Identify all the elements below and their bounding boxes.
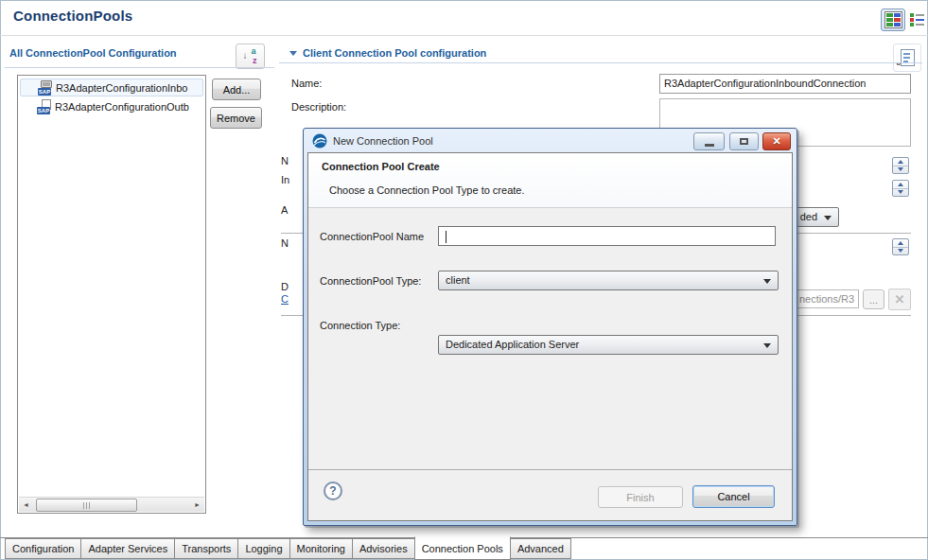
connection-type-dropdown[interactable]: Dedicated Application Server	[438, 335, 779, 355]
list-item-label: R3AdapterConfigurationInbo	[56, 82, 187, 94]
tab-advanced[interactable]: Advanced	[510, 538, 571, 559]
list-item[interactable]: SAP R3AdapterConfigurationOutb	[20, 97, 203, 115]
tab-monitoring[interactable]: Monitoring	[289, 538, 353, 559]
tab-configuration[interactable]: Configuration	[5, 538, 81, 559]
dialog-header: Connection Pool Create Choose a Connecti…	[308, 153, 792, 208]
finish-button[interactable]: Finish	[598, 486, 683, 508]
connection-type-label: Connection Type:	[320, 320, 400, 331]
browse-button[interactable]: ...	[863, 289, 884, 309]
dialog-heading: Connection Pool Create	[322, 161, 440, 172]
page-title: ConnectionPools	[13, 8, 132, 24]
pool-name-input[interactable]	[438, 226, 776, 246]
pool-name-label: ConnectionPool Name	[320, 231, 424, 242]
remove-button[interactable]: Remove	[210, 107, 262, 129]
horizontal-scrollbar[interactable]: ◄ ►	[19, 497, 204, 512]
partial-field-label: A	[281, 204, 288, 216]
pool-type-dropdown[interactable]: client	[438, 271, 779, 290]
list-view-icon	[910, 12, 925, 27]
list-view-button[interactable]	[905, 9, 928, 31]
partial-field-label: N	[281, 237, 289, 249]
tab-connection-pools[interactable]: Connection Pools	[414, 536, 511, 560]
right-header-divider	[279, 62, 922, 63]
header-divider	[0, 35, 928, 36]
text-caret	[446, 231, 446, 243]
spinner-up-icon[interactable]	[893, 239, 908, 248]
spinner-down-icon[interactable]	[893, 248, 908, 255]
scroll-left-arrow[interactable]: ◄	[19, 498, 33, 512]
sap-outbound-document-icon: SAP	[37, 99, 52, 114]
scrollbar-grip-icon	[83, 502, 90, 509]
close-icon: ✕	[772, 135, 780, 148]
scrollbar-thumb[interactable]	[36, 499, 137, 512]
left-header-divider	[5, 67, 274, 68]
grid-view-icon	[884, 11, 902, 28]
maximize-button[interactable]	[729, 132, 759, 150]
partial-link[interactable]: C	[281, 293, 289, 305]
help-icon: ?	[329, 484, 336, 498]
pool-type-label: ConnectionPool Type:	[320, 275, 421, 287]
chevron-down-icon	[824, 216, 832, 220]
clear-icon: ✕	[895, 292, 905, 306]
clear-button[interactable]: ✕	[888, 289, 911, 310]
name-label: Name:	[291, 78, 322, 89]
sort-button[interactable]: ↓ a z	[236, 44, 265, 69]
chevron-down-icon	[763, 279, 771, 284]
number-spinner[interactable]	[892, 238, 909, 255]
tab-transports[interactable]: Transports	[174, 538, 238, 559]
source-view-button[interactable]: ‹›	[893, 44, 921, 72]
chevron-down-icon	[763, 343, 771, 348]
new-connection-pool-dialog: New Connection Pool ✕ Connection Pool Cr…	[303, 128, 797, 526]
minimize-icon	[705, 144, 714, 147]
description-label: Description:	[291, 101, 346, 113]
bottom-tabbar: Configuration Adapter Services Transport…	[0, 538, 928, 560]
spinner-up-icon[interactable]	[893, 158, 908, 166]
connection-pool-list: SAP R3AdapterConfigurationInbo SAP R3Ada…	[17, 75, 206, 514]
sort-alphabetical-icon: ↓ a z	[243, 49, 258, 64]
grid-view-button[interactable]	[881, 9, 905, 31]
maximize-icon	[740, 138, 748, 145]
dialog-title: New Connection Pool	[333, 135, 433, 147]
partial-field-label: D	[281, 281, 289, 292]
tab-advisories[interactable]: Advisories	[352, 538, 415, 559]
list-item[interactable]: SAP R3AdapterConfigurationInbo	[20, 79, 203, 96]
tibco-app-icon	[312, 133, 327, 149]
close-button[interactable]: ✕	[762, 132, 791, 150]
dialog-subtext: Choose a Connection Pool Type to create.	[329, 184, 525, 196]
partial-field-label: In	[281, 174, 289, 185]
spinner-down-icon[interactable]	[893, 166, 908, 174]
number-spinner[interactable]	[892, 180, 909, 197]
help-button[interactable]: ?	[324, 481, 342, 500]
name-input[interactable]: R3AdapterConfigurationInboundConnection	[659, 74, 911, 94]
partial-field-label: N	[281, 155, 289, 166]
source-view-icon: ‹›	[901, 49, 915, 66]
add-button[interactable]: Add...	[212, 79, 261, 100]
minimize-button[interactable]	[693, 132, 725, 150]
spinner-down-icon[interactable]	[893, 189, 908, 197]
spinner-up-icon[interactable]	[893, 181, 908, 189]
list-item-label: R3AdapterConfigurationOutb	[55, 101, 189, 113]
tab-logging[interactable]: Logging	[237, 538, 289, 559]
dialog-client-area: Connection Pool Create Choose a Connecti…	[307, 152, 793, 521]
cancel-button[interactable]: Cancel	[692, 485, 775, 508]
number-spinner[interactable]	[892, 157, 909, 174]
collapse-section-icon[interactable]	[289, 51, 297, 56]
tab-adapter-services[interactable]: Adapter Services	[80, 538, 175, 559]
scroll-right-arrow[interactable]: ►	[190, 498, 204, 512]
sap-inbound-connection-icon: SAP	[38, 80, 53, 96]
dialog-footer: ? Finish Cancel	[308, 469, 792, 520]
left-panel-title: All ConnectionPool Configuration	[9, 47, 177, 59]
right-panel-title: Client Connection Pool configuration	[303, 47, 486, 59]
